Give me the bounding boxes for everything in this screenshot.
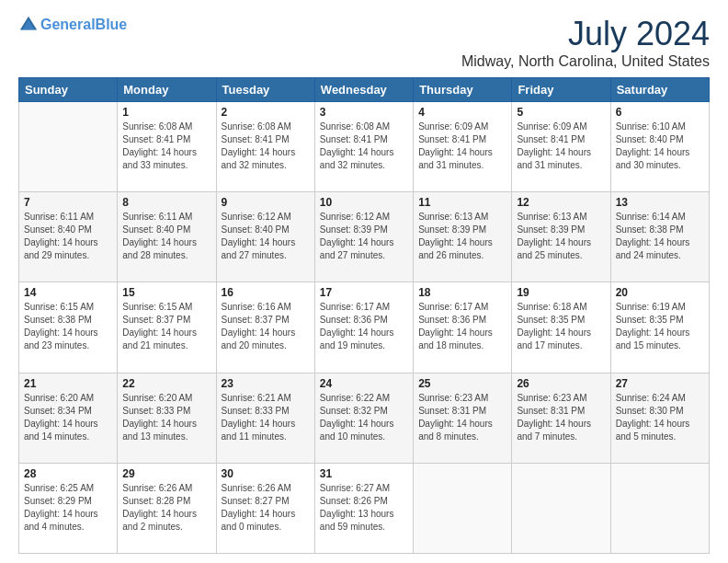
weekday-header-wednesday: Wednesday: [314, 78, 413, 102]
day-number: 3: [320, 106, 408, 119]
calendar-cell: 5Sunrise: 6:09 AM Sunset: 8:41 PM Daylig…: [512, 102, 610, 192]
day-info: Sunrise: 6:19 AM Sunset: 8:35 PM Dayligh…: [616, 301, 704, 352]
weekday-header-tuesday: Tuesday: [216, 78, 314, 102]
calendar-cell: 18Sunrise: 6:17 AM Sunset: 8:36 PM Dayli…: [414, 282, 512, 373]
day-number: 30: [222, 467, 310, 480]
day-number: 8: [122, 196, 210, 209]
day-number: 15: [122, 286, 210, 299]
calendar-cell: 27Sunrise: 6:24 AM Sunset: 8:30 PM Dayli…: [610, 373, 709, 463]
calendar-cell: 29Sunrise: 6:26 AM Sunset: 8:28 PM Dayli…: [118, 463, 216, 553]
day-info: Sunrise: 6:14 AM Sunset: 8:38 PM Dayligh…: [616, 211, 704, 262]
day-info: Sunrise: 6:13 AM Sunset: 8:39 PM Dayligh…: [517, 211, 605, 262]
day-number: 17: [320, 286, 408, 299]
day-number: 25: [418, 377, 506, 390]
day-number: 14: [24, 286, 112, 299]
calendar-cell: 15Sunrise: 6:15 AM Sunset: 8:37 PM Dayli…: [118, 282, 216, 373]
day-info: Sunrise: 6:15 AM Sunset: 8:37 PM Dayligh…: [122, 301, 210, 352]
calendar-cell: 25Sunrise: 6:23 AM Sunset: 8:31 PM Dayli…: [414, 373, 512, 463]
day-number: 4: [418, 106, 506, 119]
day-number: 6: [616, 106, 704, 119]
calendar-cell: [610, 463, 709, 553]
day-number: 13: [616, 196, 704, 209]
day-info: Sunrise: 6:12 AM Sunset: 8:40 PM Dayligh…: [222, 211, 310, 262]
day-number: 23: [222, 377, 310, 390]
calendar-week-row: 21Sunrise: 6:20 AM Sunset: 8:34 PM Dayli…: [19, 373, 710, 463]
logo: GeneralBlue: [18, 15, 127, 35]
day-number: 26: [517, 377, 605, 390]
weekday-header-sunday: Sunday: [19, 78, 118, 102]
day-number: 19: [517, 286, 605, 299]
logo-line1: General: [40, 17, 96, 32]
calendar-cell: [512, 463, 610, 553]
day-number: 1: [122, 106, 210, 119]
day-info: Sunrise: 6:25 AM Sunset: 8:29 PM Dayligh…: [24, 482, 112, 534]
day-info: Sunrise: 6:13 AM Sunset: 8:39 PM Dayligh…: [418, 211, 506, 262]
logo-line2: Blue: [96, 17, 128, 32]
calendar-cell: 24Sunrise: 6:22 AM Sunset: 8:32 PM Dayli…: [314, 373, 413, 463]
calendar-cell: 21Sunrise: 6:20 AM Sunset: 8:34 PM Dayli…: [19, 373, 118, 463]
calendar-cell: 13Sunrise: 6:14 AM Sunset: 8:38 PM Dayli…: [610, 192, 709, 282]
calendar-cell: 4Sunrise: 6:09 AM Sunset: 8:41 PM Daylig…: [414, 102, 512, 192]
weekday-header-thursday: Thursday: [414, 78, 512, 102]
calendar-week-row: 28Sunrise: 6:25 AM Sunset: 8:29 PM Dayli…: [19, 463, 710, 553]
calendar-header: SundayMondayTuesdayWednesdayThursdayFrid…: [19, 78, 710, 102]
calendar-cell: 20Sunrise: 6:19 AM Sunset: 8:35 PM Dayli…: [610, 282, 709, 373]
day-info: Sunrise: 6:26 AM Sunset: 8:28 PM Dayligh…: [122, 482, 210, 534]
day-number: 21: [24, 377, 112, 390]
calendar-week-row: 1Sunrise: 6:08 AM Sunset: 8:41 PM Daylig…: [19, 102, 710, 192]
calendar-cell: 30Sunrise: 6:26 AM Sunset: 8:27 PM Dayli…: [216, 463, 314, 553]
day-number: 28: [24, 467, 112, 480]
day-number: 31: [320, 467, 408, 480]
day-info: Sunrise: 6:08 AM Sunset: 8:41 PM Dayligh…: [222, 121, 310, 172]
day-info: Sunrise: 6:16 AM Sunset: 8:37 PM Dayligh…: [222, 301, 310, 352]
logo-icon: [18, 15, 39, 35]
day-info: Sunrise: 6:22 AM Sunset: 8:32 PM Dayligh…: [320, 392, 408, 443]
day-info: Sunrise: 6:12 AM Sunset: 8:39 PM Dayligh…: [320, 211, 408, 262]
weekday-header-friday: Friday: [512, 78, 610, 102]
calendar-cell: 9Sunrise: 6:12 AM Sunset: 8:40 PM Daylig…: [216, 192, 314, 282]
day-number: 29: [122, 467, 210, 480]
calendar-cell: 31Sunrise: 6:27 AM Sunset: 8:26 PM Dayli…: [314, 463, 413, 553]
day-info: Sunrise: 6:08 AM Sunset: 8:41 PM Dayligh…: [122, 121, 210, 172]
day-info: Sunrise: 6:11 AM Sunset: 8:40 PM Dayligh…: [24, 211, 112, 262]
day-info: Sunrise: 6:08 AM Sunset: 8:41 PM Dayligh…: [320, 121, 408, 172]
calendar-cell: 17Sunrise: 6:17 AM Sunset: 8:36 PM Dayli…: [314, 282, 413, 373]
day-info: Sunrise: 6:17 AM Sunset: 8:36 PM Dayligh…: [418, 301, 506, 352]
day-number: 5: [517, 106, 605, 119]
calendar-cell: [19, 102, 118, 192]
calendar-cell: 1Sunrise: 6:08 AM Sunset: 8:41 PM Daylig…: [118, 102, 216, 192]
calendar-body: 1Sunrise: 6:08 AM Sunset: 8:41 PM Daylig…: [19, 102, 710, 554]
title-area: July 2024 Midway, North Carolina, United…: [461, 15, 710, 70]
day-number: 9: [222, 196, 310, 209]
day-number: 12: [517, 196, 605, 209]
day-number: 11: [418, 196, 506, 209]
day-info: Sunrise: 6:23 AM Sunset: 8:31 PM Dayligh…: [517, 392, 605, 443]
day-number: 20: [616, 286, 704, 299]
weekday-header-monday: Monday: [118, 78, 216, 102]
day-info: Sunrise: 6:09 AM Sunset: 8:41 PM Dayligh…: [418, 121, 506, 172]
day-info: Sunrise: 6:24 AM Sunset: 8:30 PM Dayligh…: [616, 392, 704, 443]
day-number: 2: [222, 106, 310, 119]
calendar-table: SundayMondayTuesdayWednesdayThursdayFrid…: [18, 77, 710, 554]
calendar-cell: 2Sunrise: 6:08 AM Sunset: 8:41 PM Daylig…: [216, 102, 314, 192]
day-number: 22: [122, 377, 210, 390]
weekday-header-saturday: Saturday: [610, 78, 709, 102]
calendar-week-row: 14Sunrise: 6:15 AM Sunset: 8:38 PM Dayli…: [19, 282, 710, 373]
header: GeneralBlue July 2024 Midway, North Caro…: [18, 15, 710, 70]
day-info: Sunrise: 6:21 AM Sunset: 8:33 PM Dayligh…: [222, 392, 310, 443]
calendar-cell: 28Sunrise: 6:25 AM Sunset: 8:29 PM Dayli…: [19, 463, 118, 553]
calendar-cell: 16Sunrise: 6:16 AM Sunset: 8:37 PM Dayli…: [216, 282, 314, 373]
weekday-header-row: SundayMondayTuesdayWednesdayThursdayFrid…: [19, 78, 710, 102]
calendar-cell: 14Sunrise: 6:15 AM Sunset: 8:38 PM Dayli…: [19, 282, 118, 373]
day-info: Sunrise: 6:20 AM Sunset: 8:34 PM Dayligh…: [24, 392, 112, 443]
day-info: Sunrise: 6:26 AM Sunset: 8:27 PM Dayligh…: [222, 482, 310, 534]
main-title: July 2024: [461, 15, 710, 53]
calendar-cell: 3Sunrise: 6:08 AM Sunset: 8:41 PM Daylig…: [314, 102, 413, 192]
day-info: Sunrise: 6:18 AM Sunset: 8:35 PM Dayligh…: [517, 301, 605, 352]
calendar-cell: 19Sunrise: 6:18 AM Sunset: 8:35 PM Dayli…: [512, 282, 610, 373]
calendar-week-row: 7Sunrise: 6:11 AM Sunset: 8:40 PM Daylig…: [19, 192, 710, 282]
day-info: Sunrise: 6:20 AM Sunset: 8:33 PM Dayligh…: [122, 392, 210, 443]
day-number: 16: [222, 286, 310, 299]
day-info: Sunrise: 6:23 AM Sunset: 8:31 PM Dayligh…: [418, 392, 506, 443]
calendar-cell: 23Sunrise: 6:21 AM Sunset: 8:33 PM Dayli…: [216, 373, 314, 463]
